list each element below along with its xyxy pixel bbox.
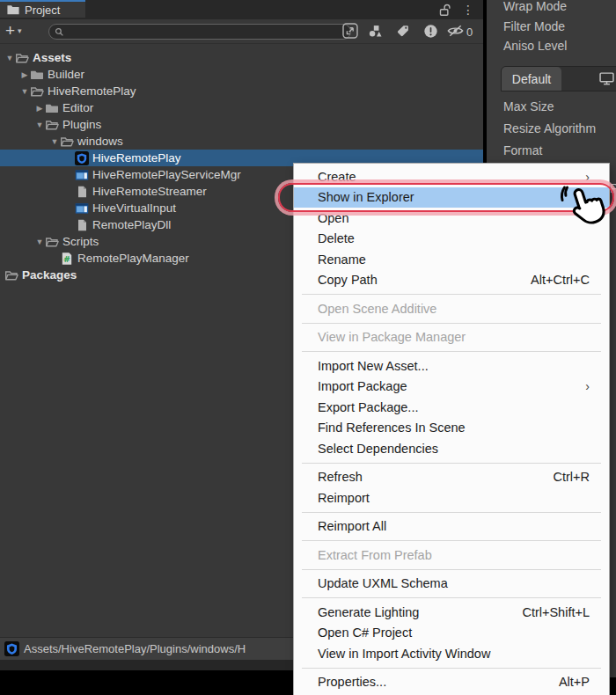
menu-item-view-in-package-manager: View in Package Manager <box>294 327 609 348</box>
menu-item-label: Open <box>318 211 590 225</box>
folder-closed-icon <box>45 101 59 115</box>
tree-item-label: Editor <box>62 101 93 114</box>
kebab-menu-icon[interactable]: ⋮ <box>462 4 474 16</box>
menu-item-label: Import Package <box>318 379 575 393</box>
menu-item-label: Show in Explorer <box>318 190 590 204</box>
selected-asset-path: Assets/HiveRemotePlay/Plugins/windows/H <box>24 642 246 655</box>
context-menu: Create›Show in ExplorerOpenDeleteRenameC… <box>293 163 610 695</box>
tree-item-label: RemotePlayDll <box>92 218 171 231</box>
tree-item-assets[interactable]: ▼Assets <box>0 49 483 66</box>
menu-item-create[interactable]: Create› <box>294 166 609 187</box>
menu-item-label: Import New Asset... <box>318 359 590 373</box>
menu-item-properties[interactable]: Properties...Alt+P <box>294 672 609 693</box>
menu-separator <box>302 540 601 541</box>
tree-item-label: RemotePlayManager <box>77 252 189 265</box>
search-by-label-icon[interactable] <box>392 22 414 40</box>
tree-item-label: Assets <box>33 51 71 64</box>
menu-item-label: Reimport <box>318 491 590 505</box>
foldout-arrow-icon[interactable]: ▼ <box>49 137 60 146</box>
project-toolbar: + ▾ <box>0 19 483 44</box>
menu-item-update-uxml-schema[interactable]: Update UXML Schema <box>294 574 609 595</box>
menu-item-label: Find References In Scene <box>318 421 590 435</box>
open-search-window-icon[interactable] <box>340 22 361 40</box>
menu-item-refresh[interactable]: RefreshCtrl+R <box>294 467 609 488</box>
hidden-count-icon[interactable] <box>444 22 466 40</box>
menu-item-extract-from-prefab: Extract From Prefab <box>294 545 609 566</box>
foldout-arrow-icon[interactable]: ▶ <box>19 70 30 79</box>
foldout-arrow-icon[interactable]: ▼ <box>19 87 30 96</box>
foldout-arrow-icon[interactable]: ▼ <box>34 238 45 246</box>
tab-project-label: Project <box>25 4 60 17</box>
menu-item-label: Rename <box>318 252 590 267</box>
inspector-property-label: Aniso Level <box>503 39 567 53</box>
tree-item-label: Packages <box>22 268 77 282</box>
hive-logo-icon <box>4 641 19 656</box>
foldout-arrow-icon[interactable]: ▼ <box>4 54 15 62</box>
add-asset-button[interactable]: + ▾ <box>5 22 22 40</box>
menu-item-label: Open Scene Additive <box>318 302 590 316</box>
menu-item-rename[interactable]: Rename <box>294 249 609 270</box>
menu-item-shortcut: Alt+Ctrl+C <box>531 273 590 287</box>
menu-item-reimport-all[interactable]: Reimport All <box>294 516 609 538</box>
tree-item-label: HiveRemoteStreamer <box>92 185 207 198</box>
tree-item-label: HiveRemotePlay <box>48 84 136 98</box>
tree-item-label: Plugins <box>62 118 101 131</box>
search-by-type-icon[interactable] <box>364 22 385 40</box>
folder-open-icon <box>45 235 59 249</box>
folder-open-icon <box>45 118 59 132</box>
unlock-icon[interactable] <box>439 4 451 17</box>
tree-item-hiveremoteplay[interactable]: ▼HiveRemotePlay <box>0 83 483 99</box>
menu-item-open-scene-additive: Open Scene Additive <box>294 298 609 319</box>
tab-project[interactable]: Project <box>0 0 85 18</box>
menu-item-label: View in Import Activity Window <box>318 647 590 661</box>
menu-item-view-in-import-activity-window[interactable]: View in Import Activity Window <box>294 643 609 664</box>
folder-closed-icon <box>30 68 44 82</box>
submenu-arrow-icon: › <box>585 379 590 393</box>
tree-item-plugins[interactable]: ▼Plugins <box>0 116 483 133</box>
menu-item-label: Delete <box>318 231 590 245</box>
menu-item-show-in-explorer[interactable]: Show in Explorer <box>294 187 609 208</box>
foldout-arrow-icon[interactable]: ▼ <box>34 121 45 129</box>
menu-item-shortcut: Ctrl+R <box>554 470 590 484</box>
tree-item-label: Scripts <box>62 235 99 248</box>
csharp-script-icon: # <box>60 252 74 266</box>
menu-item-label: Properties... <box>318 675 548 689</box>
dll-file-icon <box>75 185 89 199</box>
menu-item-shortcut: Alt+P <box>559 675 590 689</box>
search-input[interactable] <box>48 24 351 40</box>
menu-item-open[interactable]: Open <box>294 208 609 229</box>
menu-item-label: Export Package... <box>318 400 590 414</box>
tree-item-builder[interactable]: ▶Builder <box>0 66 483 83</box>
tree-item-label: Builder <box>48 68 84 81</box>
tree-item-label: windows <box>77 135 123 148</box>
menu-item-label: Open C# Project <box>318 626 590 640</box>
tree-item-windows[interactable]: ▼windows <box>0 133 483 150</box>
tab-default[interactable]: Default <box>502 67 561 91</box>
menu-item-copy-path[interactable]: Copy PathAlt+Ctrl+C <box>294 270 609 291</box>
menu-item-export-package[interactable]: Export Package... <box>294 397 609 418</box>
menu-separator <box>302 294 601 295</box>
inspector-property-label: Filter Mode <box>503 19 565 33</box>
menu-item-select-dependencies[interactable]: Select Dependencies <box>294 438 609 459</box>
tree-item-editor[interactable]: ▶Editor <box>0 99 483 116</box>
monitor-icon[interactable] <box>599 67 614 91</box>
project-tab-bar: Project ⋮ <box>0 0 483 19</box>
menu-item-import-new-asset[interactable]: Import New Asset... <box>294 355 609 377</box>
warnings-icon[interactable] <box>420 22 441 40</box>
folder-open-icon <box>60 135 74 149</box>
dll-file-icon <box>75 218 89 232</box>
menu-item-generate-lighting[interactable]: Generate LightingCtrl+Shift+L <box>294 602 609 623</box>
app-window-icon <box>75 168 89 182</box>
app-window-icon <box>75 201 89 216</box>
menu-item-import-package[interactable]: Import Package› <box>294 377 609 398</box>
foldout-arrow-icon[interactable]: ▶ <box>34 104 45 113</box>
menu-item-find-references-in-scene[interactable]: Find References In Scene <box>294 418 609 439</box>
hidden-count-value: 0 <box>466 26 473 39</box>
menu-item-reimport[interactable]: Reimport <box>294 487 609 508</box>
inspector-property-label: Wrap Mode <box>503 0 567 13</box>
menu-item-open-c-project[interactable]: Open C# Project <box>294 623 609 644</box>
menu-separator <box>302 512 601 513</box>
inspector-property-label: Resize Algorithm <box>503 121 596 135</box>
submenu-arrow-icon: › <box>585 170 590 184</box>
menu-item-delete[interactable]: Delete <box>294 229 609 250</box>
